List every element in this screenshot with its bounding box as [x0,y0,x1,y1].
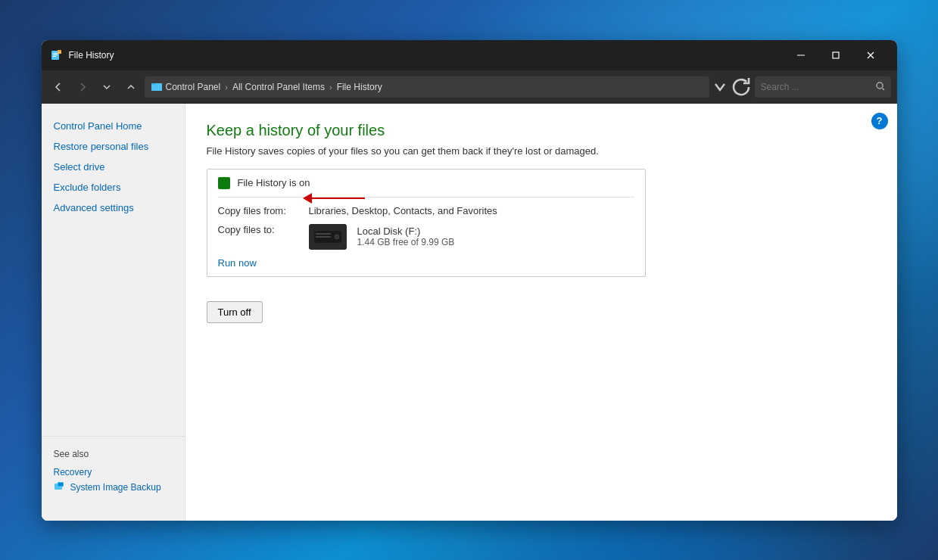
copy-from-value: Libraries, Desktop, Contacts, and Favori… [309,205,497,216]
svg-rect-1 [53,53,58,54]
up-button[interactable] [120,76,142,98]
svg-line-13 [882,88,884,90]
status-box: File History is on Copy files from: Libr… [207,169,646,277]
sidebar: Control Panel Home Restore personal file… [42,104,185,521]
back-button[interactable] [48,76,69,98]
system-image-backup-label: System Image Backup [70,482,161,493]
status-text: File History is on [238,177,310,188]
status-header: File History is on [218,177,634,198]
breadcrumb-all-items[interactable]: All Control Panel Items [232,82,325,92]
svg-rect-11 [151,83,155,85]
see-also-label: See also [54,449,173,459]
svg-rect-2 [53,54,58,55]
svg-text:H: H [58,51,61,54]
address-bar: Control Panel › All Control Panel Items … [42,70,897,104]
copy-info: Copy files from: Libraries, Desktop, Con… [218,198,634,269]
content-description: File History saves copies of your files … [207,145,876,157]
see-also-recovery[interactable]: Recovery [54,465,173,479]
sidebar-nav: Control Panel Home Restore personal file… [42,116,185,436]
svg-rect-18 [316,233,331,235]
search-box[interactable] [755,76,891,98]
sidebar-footer: See also Recovery System Image Backup [42,436,185,509]
file-history-window: H File History [42,40,897,521]
breadcrumb-control-panel[interactable]: Control Panel [166,82,221,92]
svg-rect-3 [53,56,56,57]
svg-rect-6 [797,54,805,55]
address-dropdown-button[interactable] [712,76,728,98]
run-now-link[interactable]: Run now [218,257,634,269]
drive-icon [309,224,347,250]
help-button[interactable]: ? [871,113,888,129]
title-bar: H File History [42,40,897,70]
drive-info: Local Disk (F:) 1.44 GB free of 9.99 GB [309,224,455,250]
window-title: File History [69,50,784,61]
close-button[interactable] [853,40,888,70]
status-indicator [218,177,230,189]
copy-from-row: Copy files from: Libraries, Desktop, Con… [218,205,634,216]
svg-rect-7 [833,52,839,58]
app-icon: H [51,49,63,61]
content-area: ? Keep a history of your files File Hist… [185,104,897,521]
sidebar-item-restore-personal-files[interactable]: Restore personal files [42,136,185,157]
sidebar-item-control-panel-home[interactable]: Control Panel Home [42,116,185,136]
content-title: Keep a history of your files [207,122,876,139]
drive-space: 1.44 GB free of 9.99 GB [357,237,455,247]
sidebar-item-select-drive[interactable]: Select drive [42,157,185,177]
copy-to-row: Copy files to: L [218,224,634,250]
drive-name: Local Disk (F:) [357,226,455,237]
recovery-label: Recovery [54,467,92,478]
search-icon [876,80,885,94]
search-input[interactable] [761,82,871,92]
recent-locations-button[interactable] [96,76,117,98]
svg-point-20 [335,235,339,239]
forward-button[interactable] [72,76,93,98]
drive-details: Local Disk (F:) 1.44 GB free of 9.99 GB [357,226,455,247]
path-icon [151,81,163,93]
breadcrumb-file-history[interactable]: File History [337,82,382,92]
svg-rect-19 [316,236,331,238]
sidebar-item-exclude-folders[interactable]: Exclude folders [42,177,185,198]
sidebar-item-advanced-settings[interactable]: Advanced settings [42,198,185,218]
address-path: Control Panel › All Control Panel Items … [145,76,709,98]
refresh-button[interactable] [731,76,752,98]
turn-off-button[interactable]: Turn off [207,301,263,323]
minimize-button[interactable] [784,40,818,70]
copy-from-label: Copy files from: [218,205,309,216]
svg-rect-16 [58,483,63,486]
svg-point-12 [877,82,883,89]
copy-to-label: Copy files to: [218,224,309,235]
window-controls [784,40,888,70]
see-also-system-image-backup[interactable]: System Image Backup [54,479,173,496]
maximize-button[interactable] [818,40,853,70]
system-image-backup-icon [54,481,66,495]
main-area: Control Panel Home Restore personal file… [42,104,897,521]
